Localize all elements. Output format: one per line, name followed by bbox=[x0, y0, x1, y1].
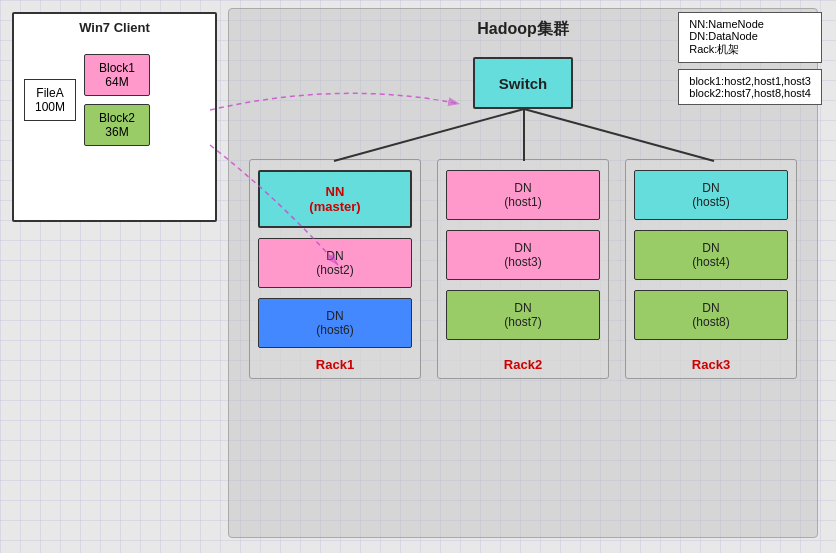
filea-size: 100M bbox=[35, 100, 65, 114]
win7-client-inner: FileA 100M Block1 64M Block2 36M bbox=[14, 39, 215, 161]
block2-size: 36M bbox=[105, 125, 128, 139]
block1-box: Block1 64M bbox=[84, 54, 150, 96]
rack2-box: DN(host1) DN(host3) DN(host7) Rack2 bbox=[437, 159, 609, 379]
block2-box: Block2 36M bbox=[84, 104, 150, 146]
rack3-label: Rack3 bbox=[692, 357, 730, 372]
rack1-box: NN(master) DN(host2) DN(host6) Rack1 bbox=[249, 159, 421, 379]
dn-host4-box: DN(host4) bbox=[634, 230, 788, 280]
svg-line-2 bbox=[524, 109, 714, 161]
rack3-box: DN(host5) DN(host4) DN(host8) Rack3 bbox=[625, 159, 797, 379]
svg-line-0 bbox=[334, 109, 524, 161]
legend-dn: DN:DataNode bbox=[689, 30, 811, 42]
dn-host1-box: DN(host1) bbox=[446, 170, 600, 220]
racks-row: NN(master) DN(host2) DN(host6) Rack1 DN(… bbox=[249, 159, 797, 379]
block2-label: Block2 bbox=[99, 111, 135, 125]
legend-nn: NN:NameNode bbox=[689, 18, 811, 30]
block1-label: Block1 bbox=[99, 61, 135, 75]
dn-host7-box: DN(host7) bbox=[446, 290, 600, 340]
legend-block1: block1:host2,host1,host3 bbox=[689, 75, 811, 87]
dn-host5-box: DN(host5) bbox=[634, 170, 788, 220]
win7-client-box: Win7 Client FileA 100M Block1 64M Block2… bbox=[12, 12, 217, 222]
legend-block2: block2:host7,host8,host4 bbox=[689, 87, 811, 99]
filea-label: FileA bbox=[36, 86, 63, 100]
dn-host2-box: DN(host2) bbox=[258, 238, 412, 288]
switch-label: Switch bbox=[499, 75, 547, 92]
dn-host3-box: DN(host3) bbox=[446, 230, 600, 280]
legend-rack: Rack:机架 bbox=[689, 42, 811, 57]
filea-box: FileA 100M bbox=[24, 79, 76, 121]
switch-box: Switch bbox=[473, 57, 573, 109]
win7-client-title: Win7 Client bbox=[14, 14, 215, 39]
legend-area: NN:NameNode DN:DataNode Rack:机架 block1:h… bbox=[678, 12, 822, 111]
blocks-column: Block1 64M Block2 36M bbox=[84, 54, 150, 146]
dn-host6-box: DN(host6) bbox=[258, 298, 412, 348]
rack1-label: Rack1 bbox=[316, 357, 354, 372]
legend-box-1: NN:NameNode DN:DataNode Rack:机架 bbox=[678, 12, 822, 63]
rack2-label: Rack2 bbox=[504, 357, 542, 372]
legend-box-2: block1:host2,host1,host3 block2:host7,ho… bbox=[678, 69, 822, 105]
block1-size: 64M bbox=[105, 75, 128, 89]
dn-host8-box: DN(host8) bbox=[634, 290, 788, 340]
nn-master-box: NN(master) bbox=[258, 170, 412, 228]
